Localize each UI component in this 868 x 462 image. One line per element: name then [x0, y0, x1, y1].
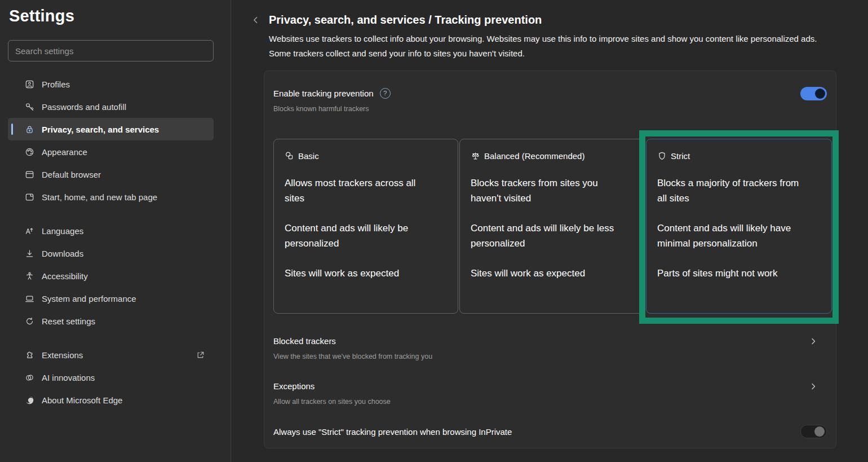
sidebar-item-downloads[interactable]: Downloads — [8, 242, 214, 265]
sidebar-item-label: Downloads — [42, 249, 83, 258]
exceptions-title: Exceptions — [273, 381, 315, 391]
balance-scales-icon — [471, 151, 480, 161]
enable-tracking-label: Enable tracking prevention ? — [273, 88, 391, 99]
blocked-trackers-row[interactable]: Blocked trackers View the sites that we'… — [273, 336, 827, 360]
inprivate-strict-label: Always use "Strict" tracking prevention … — [273, 427, 512, 437]
inprivate-strict-row: Always use "Strict" tracking prevention … — [273, 427, 827, 437]
sidebar-item-privacy[interactable]: Privacy, search, and services — [8, 118, 214, 140]
card-line: Content and ads will likely be personali… — [285, 221, 436, 251]
blocked-trackers-sublabel: View the sites that we've blocked from t… — [273, 353, 827, 360]
sidebar-item-ai-innovations[interactable]: AI innovations — [8, 366, 214, 389]
card-line: Content and ads will likely have minimal… — [657, 221, 808, 251]
sidebar-item-start-home[interactable]: Start, home, and new tab page — [8, 186, 214, 208]
sidebar-item-accessibility[interactable]: Accessibility — [8, 265, 214, 287]
enable-tracking-toggle[interactable] — [800, 87, 827, 100]
sidebar-nav: Profiles Passwords and autofill Privacy,… — [0, 73, 231, 411]
accessibility-icon — [25, 271, 34, 281]
card-line: Sites will work as expected — [471, 266, 622, 281]
card-header: Balanced (Recommended) — [471, 151, 633, 161]
sidebar-item-system-performance[interactable]: System and performance — [8, 287, 214, 310]
palette-icon — [25, 147, 34, 157]
sidebar-item-label: Accessibility — [42, 271, 88, 281]
page-description: Websites use trackers to collect info ab… — [269, 32, 832, 61]
toggle-knob — [815, 89, 825, 99]
chevron-right-icon[interactable] — [809, 382, 819, 392]
sidebar-item-label: Profiles — [42, 80, 70, 89]
sidebar-item-profiles[interactable]: Profiles — [8, 73, 214, 95]
search-input[interactable] — [8, 40, 214, 61]
nav-group-gap — [0, 332, 231, 344]
page-header: Privacy, search, and services / Tracking… — [232, 0, 868, 61]
sidebar-item-default-browser[interactable]: Default browser — [8, 163, 214, 186]
page-title: Privacy, search, and services / Tracking… — [269, 14, 832, 27]
sidebar-item-label: About Microsoft Edge — [42, 395, 122, 405]
shield-icon — [657, 151, 667, 161]
blocked-trackers-title: Blocked trackers — [273, 336, 336, 346]
sidebar-item-label: Passwords and autofill — [42, 102, 126, 112]
sidebar-item-label: Start, home, and new tab page — [42, 192, 157, 202]
profile-icon — [25, 80, 34, 89]
card-header: Basic — [285, 151, 447, 161]
tracking-card-strict[interactable]: Strict Blocks a majority of trackers fro… — [646, 139, 832, 314]
selected-indicator — [11, 124, 13, 135]
card-line: Blocks trackers from sites you haven't v… — [471, 175, 622, 206]
card-title: Basic — [298, 151, 319, 161]
header-text: Privacy, search, and services / Tracking… — [269, 14, 832, 61]
card-line: Blocks a majority of trackers from all s… — [657, 175, 808, 206]
back-chevron-icon[interactable] — [251, 15, 263, 28]
browser-window-icon — [25, 170, 34, 179]
app-title: Settings — [9, 7, 231, 25]
tracking-card-basic[interactable]: Basic Allows most trackers across all si… — [273, 139, 458, 314]
help-icon[interactable]: ? — [380, 88, 391, 99]
ai-innovations-icon — [25, 373, 34, 382]
sidebar-item-label: Default browser — [42, 170, 101, 179]
sidebar-item-appearance[interactable]: Appearance — [8, 140, 214, 163]
sidebar-item-label: Reset settings — [42, 316, 95, 326]
tracking-level-cards: Basic Allows most trackers across all si… — [273, 139, 832, 314]
sidebar-item-languages[interactable]: Languages — [8, 219, 214, 242]
tracking-prevention-panel: Enable tracking prevention ? Blocks know… — [264, 71, 836, 448]
new-tab-page-icon — [25, 192, 34, 202]
sidebar-item-about-edge[interactable]: About Microsoft Edge — [8, 389, 214, 411]
sidebar-item-extensions[interactable]: Extensions — [8, 344, 214, 366]
card-line: Content and ads will likely be less pers… — [471, 221, 622, 251]
puzzle-icon — [25, 350, 34, 360]
languages-icon — [25, 226, 34, 236]
card-line: Parts of sites might not work — [657, 266, 808, 281]
enable-tracking-row: Enable tracking prevention ? Blocks know… — [273, 88, 827, 113]
sidebar-item-reset-settings[interactable]: Reset settings — [8, 310, 214, 332]
download-icon — [25, 249, 34, 258]
card-title: Strict — [671, 151, 690, 161]
card-title: Balanced (Recommended) — [484, 151, 584, 161]
laptop-icon — [25, 294, 34, 303]
lock-icon — [25, 125, 34, 134]
settings-sidebar: Settings Profiles Passwords and autofill… — [0, 0, 231, 462]
sidebar-item-label: AI innovations — [42, 373, 95, 382]
sidebar-item-label: Appearance — [42, 147, 87, 157]
sidebar-item-label: Extensions — [42, 350, 83, 360]
enable-tracking-sublabel: Blocks known harmful trackers — [273, 105, 827, 113]
key-icon — [25, 102, 34, 112]
chevron-right-icon[interactable] — [809, 337, 819, 347]
sidebar-item-passwords[interactable]: Passwords and autofill — [8, 95, 214, 118]
card-line: Sites will work as expected — [285, 266, 436, 281]
sidebar-item-label: Privacy, search, and services — [42, 125, 159, 134]
nav-group-gap — [0, 208, 231, 219]
tracking-card-balanced[interactable]: Balanced (Recommended) Blocks trackers f… — [459, 139, 644, 314]
card-line: Allows most trackers across all sites — [285, 175, 436, 206]
inprivate-strict-toggle[interactable] — [800, 425, 827, 438]
sidebar-item-label: Languages — [42, 226, 83, 236]
enable-tracking-label-text: Enable tracking prevention — [273, 89, 374, 98]
reset-icon — [25, 316, 34, 326]
exceptions-sublabel: Allow all trackers on sites you choose — [273, 398, 827, 406]
shapes-icon — [285, 151, 294, 161]
external-link-icon — [196, 350, 205, 359]
sidebar-item-label: System and performance — [42, 294, 136, 303]
exceptions-row[interactable]: Exceptions Allow all trackers on sites y… — [273, 381, 827, 406]
toggle-knob — [814, 426, 825, 437]
card-header: Strict — [657, 151, 821, 161]
edge-logo-icon — [25, 395, 34, 405]
main-content: Privacy, search, and services / Tracking… — [232, 0, 868, 462]
